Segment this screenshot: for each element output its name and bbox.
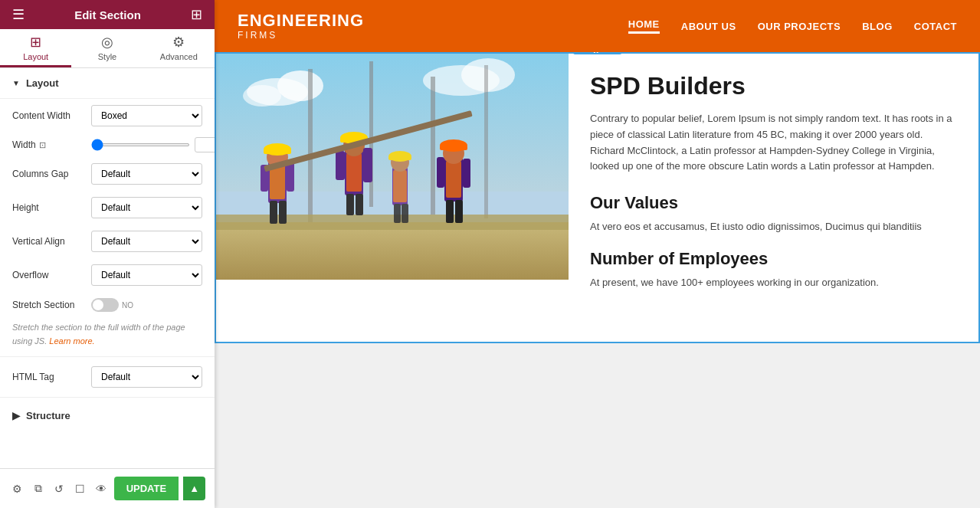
overflow-select[interactable]: Default Hidden — [91, 264, 202, 286]
section-close-btn[interactable]: ✕ — [605, 52, 622, 54]
svg-rect-21 — [279, 201, 287, 224]
height-label: Height — [12, 202, 85, 213]
svg-rect-29 — [346, 194, 354, 215]
svg-rect-45 — [388, 156, 411, 160]
panel-header: ☰ Edit Section ⊞ — [0, 0, 215, 29]
width-icon: ⊡ — [39, 140, 46, 150]
nav-link-contact[interactable]: COTACT — [914, 21, 957, 32]
nav-link-projects[interactable]: OUR PROJECTS — [758, 21, 841, 32]
structure-section-header[interactable]: ▶ Structure — [0, 401, 215, 431]
advanced-tab-icon: ⚙ — [172, 34, 185, 51]
company-title: SPD Builders — [590, 72, 957, 100]
tab-layout[interactable]: ⊞ Layout — [0, 29, 71, 67]
layout-arrow-icon: ▼ — [12, 79, 20, 87]
svg-rect-12 — [216, 215, 569, 230]
layers-icon-btn[interactable]: ⧉ — [30, 478, 46, 500]
logo-main-text: ENGINEERING — [238, 11, 364, 30]
site-logo: ENGINEERING FIRMS — [238, 11, 364, 41]
values-title: Our Values — [590, 193, 957, 213]
stretch-hint-text: Stretch the section to the full width of… — [12, 323, 185, 346]
svg-rect-40 — [455, 200, 463, 223]
svg-rect-46 — [394, 204, 401, 223]
stretch-section-row: Stretch Section NO — [0, 292, 215, 318]
html-tag-select[interactable]: Default header footer main article secti… — [91, 366, 202, 388]
responsive-icon-btn[interactable]: ☐ — [72, 478, 88, 500]
employees-text: At present, we have 100+ employees worki… — [590, 277, 957, 288]
nav-link-about[interactable]: ABOUT US — [681, 21, 736, 32]
nav-link-blog[interactable]: BLOG — [862, 21, 893, 32]
svg-rect-11 — [216, 222, 569, 280]
width-slider[interactable] — [91, 143, 190, 146]
vertical-align-row: Vertical Align Default Top Middle Bottom — [0, 225, 215, 258]
svg-point-4 — [243, 85, 281, 107]
svg-rect-38 — [463, 159, 470, 188]
stretch-section-label: Stretch Section — [12, 300, 85, 310]
vertical-align-label: Vertical Align — [12, 236, 85, 247]
svg-rect-10 — [484, 65, 488, 218]
content-width-row: Content Width Boxed Full Width — [0, 99, 215, 133]
panel-bottom-bar: ⚙ ⧉ ↺ ☐ 👁 UPDATE ▲ — [0, 468, 215, 508]
grid-icon[interactable]: ⊞ — [191, 6, 202, 23]
selected-section: + ⣿ ✕ — [215, 52, 980, 343]
panel-body: ▼ Layout Content Width Boxed Full Width … — [0, 68, 215, 468]
construction-image — [216, 54, 569, 280]
svg-rect-7 — [308, 69, 313, 222]
columns-gap-select[interactable]: Default None Narrow Wide — [91, 163, 202, 185]
svg-rect-23 — [346, 153, 362, 192]
layout-tab-icon: ⊞ — [30, 34, 41, 51]
tab-style-label: Style — [98, 52, 116, 61]
stretch-toggle-switch[interactable] — [91, 298, 119, 312]
toggle-knob — [93, 300, 103, 310]
learn-more-link[interactable]: Learn more. — [49, 336, 94, 346]
vertical-align-select[interactable]: Default Top Middle Bottom — [91, 231, 202, 252]
settings-icon-btn[interactable]: ⚙ — [9, 478, 25, 500]
divider — [0, 356, 215, 357]
svg-rect-17 — [264, 149, 291, 154]
svg-rect-20 — [270, 201, 277, 224]
layout-section-header[interactable]: ▼ Layout — [0, 68, 215, 99]
edit-panel: ☰ Edit Section ⊞ ⊞ Layout ◎ Style ⚙ Adva… — [0, 0, 215, 508]
history-icon-btn[interactable]: ↺ — [51, 478, 67, 500]
svg-rect-47 — [402, 204, 408, 223]
svg-point-3 — [277, 70, 323, 101]
stretch-toggle-wrapper[interactable]: NO — [91, 298, 133, 312]
section-toolbar: + ⣿ ✕ — [572, 52, 622, 54]
page-content: + ⣿ ✕ — [215, 52, 980, 508]
svg-rect-33 — [446, 161, 461, 198]
panel-title: Edit Section — [74, 8, 141, 21]
height-row: Height Default Fit To Screen Min Height — [0, 191, 215, 225]
svg-rect-9 — [431, 77, 435, 215]
columns-gap-label: Columns Gap — [12, 169, 85, 179]
overflow-label: Overflow — [12, 270, 85, 280]
nav-link-home[interactable]: HOME — [628, 18, 660, 34]
width-number-input[interactable] — [195, 137, 215, 152]
update-button[interactable]: UPDATE — [114, 477, 179, 500]
html-tag-label: HTML Tag — [12, 372, 85, 382]
tab-layout-label: Layout — [23, 52, 48, 61]
svg-rect-8 — [369, 61, 373, 207]
site-navigation: ENGINEERING FIRMS HOME ABOUT US OUR PROJ… — [215, 0, 980, 52]
tab-style[interactable]: ◎ Style — [71, 29, 143, 67]
stretch-toggle-value: NO — [122, 301, 133, 310]
svg-rect-27 — [336, 151, 345, 180]
logo-sub-text: FIRMS — [238, 30, 277, 41]
preview-area: ENGINEERING FIRMS HOME ABOUT US OUR PROJ… — [215, 0, 980, 508]
height-select[interactable]: Default Fit To Screen Min Height — [91, 197, 202, 218]
width-label: Width ⊡ — [12, 139, 85, 150]
tab-advanced[interactable]: ⚙ Advanced — [143, 29, 215, 67]
stretch-hint-row: Stretch the section to the full width of… — [0, 318, 215, 353]
html-tag-row: HTML Tag Default header footer main arti… — [0, 360, 215, 394]
update-arrow-button[interactable]: ▲ — [183, 477, 205, 500]
tab-advanced-label: Advanced — [160, 52, 198, 61]
content-width-select[interactable]: Boxed Full Width — [91, 105, 202, 126]
structure-section-label: Structure — [26, 410, 70, 421]
preview-icon-btn[interactable]: 👁 — [93, 478, 109, 500]
menu-icon[interactable]: ☰ — [12, 6, 25, 23]
section-image-column — [216, 54, 569, 342]
columns-gap-row: Columns Gap Default None Narrow Wide — [0, 157, 215, 191]
section-add-btn[interactable]: + — [572, 52, 588, 54]
svg-rect-37 — [437, 157, 444, 188]
overflow-row: Overflow Default Hidden — [0, 258, 215, 292]
divider2 — [0, 397, 215, 398]
section-move-btn[interactable]: ⣿ — [588, 52, 605, 54]
